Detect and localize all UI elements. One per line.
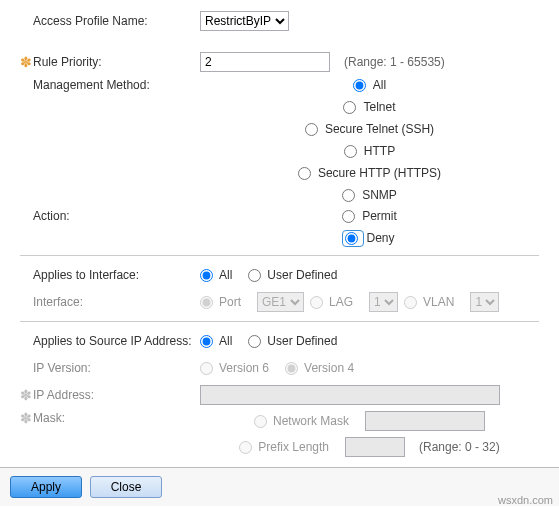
divider	[20, 255, 539, 256]
input-priority[interactable]	[200, 52, 330, 72]
radio-vlan: VLAN	[404, 295, 454, 309]
select-vlan: 1	[470, 292, 499, 312]
radio-action-deny[interactable]: Deny	[344, 231, 394, 245]
required-icon: ✽	[20, 411, 30, 425]
radio-mgmt-all[interactable]: All	[353, 78, 386, 92]
label-apply-ip: Applies to Source IP Address:	[20, 334, 200, 348]
row-profile: Access Profile Name: RestrictByIP	[20, 10, 539, 32]
row-priority: ✽Rule Priority: (Range: 1 - 65535)	[20, 51, 539, 73]
select-lag: 1	[369, 292, 398, 312]
label-ipver: IP Version:	[20, 361, 200, 375]
apply-button[interactable]: Apply	[10, 476, 82, 498]
label-interface: Interface:	[20, 295, 200, 309]
row-action: Action: Permit Deny	[20, 209, 539, 247]
label-mgmt: Management Method:	[20, 78, 200, 92]
row-mask: ✽Mask: Network Mask Prefix Length (Range…	[20, 411, 539, 457]
radio-mgmt-snmp[interactable]: SNMP	[342, 188, 397, 202]
label-action: Action:	[20, 209, 200, 223]
radio-action-permit[interactable]: Permit	[342, 209, 397, 223]
hint-priority: (Range: 1 - 65535)	[344, 55, 445, 69]
radio-prefix: Prefix Length	[239, 440, 329, 454]
radio-mgmt-telnet[interactable]: Telnet	[343, 100, 395, 114]
watermark: wsxdn.com	[498, 494, 553, 506]
radio-ipv6: Version 6	[200, 361, 269, 375]
label-priority: ✽Rule Priority:	[20, 55, 200, 69]
row-apply-if: Applies to Interface: All User Defined	[20, 264, 539, 286]
row-interface: Interface: Port GE1 LAG 1 VLAN 1	[20, 291, 539, 313]
config-panel: Access Profile Name: RestrictByIP ✽Rule …	[0, 0, 559, 457]
select-port: GE1	[257, 292, 304, 312]
radio-ip-all[interactable]: All	[200, 334, 232, 348]
label-ipaddr: ✽IP Address:	[20, 388, 200, 402]
radio-if-all[interactable]: All	[200, 268, 232, 282]
row-mgmt: Management Method: All Telnet Secure Tel…	[20, 78, 539, 204]
radio-mgmt-https[interactable]: Secure HTTP (HTTPS)	[298, 166, 441, 180]
radio-lag: LAG	[310, 295, 353, 309]
radio-netmask: Network Mask	[254, 414, 349, 428]
radio-ip-user[interactable]: User Defined	[248, 334, 337, 348]
close-button[interactable]: Close	[90, 476, 162, 498]
row-ipver: IP Version: Version 6 Version 4	[20, 357, 539, 379]
radio-mgmt-ssh[interactable]: Secure Telnet (SSH)	[305, 122, 434, 136]
radio-port: Port	[200, 295, 241, 309]
row-apply-ip: Applies to Source IP Address: All User D…	[20, 330, 539, 352]
label-apply-if: Applies to Interface:	[20, 268, 200, 282]
label-mask: ✽Mask:	[20, 411, 200, 425]
required-icon: ✽	[20, 388, 30, 402]
radio-mgmt-http[interactable]: HTTP	[344, 144, 395, 158]
input-netmask	[365, 411, 485, 431]
radio-ipv4: Version 4	[285, 361, 354, 375]
divider	[20, 321, 539, 322]
hint-prefix: (Range: 0 - 32)	[419, 440, 500, 454]
select-profile[interactable]: RestrictByIP	[200, 11, 289, 31]
input-ipaddr	[200, 385, 500, 405]
label-profile: Access Profile Name:	[20, 14, 200, 28]
footer: Apply Close	[0, 467, 559, 506]
input-prefix	[345, 437, 405, 457]
row-ipaddr: ✽IP Address:	[20, 384, 539, 406]
required-icon: ✽	[20, 55, 30, 69]
radio-if-user[interactable]: User Defined	[248, 268, 337, 282]
